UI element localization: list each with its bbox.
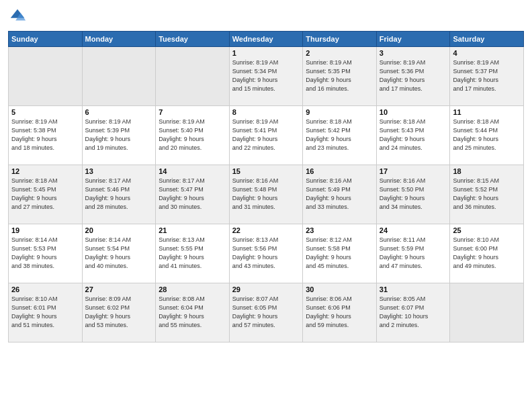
day-number: 16 [306, 167, 373, 175]
calendar-day-cell: 2Sunrise: 8:19 AM Sunset: 5:35 PM Daylig… [303, 47, 377, 106]
calendar-day-cell: 26Sunrise: 8:10 AM Sunset: 6:01 PM Dayli… [9, 283, 83, 342]
day-info: Sunrise: 8:16 AM Sunset: 5:49 PM Dayligh… [306, 177, 373, 212]
day-info: Sunrise: 8:11 AM Sunset: 5:59 PM Dayligh… [380, 236, 447, 271]
weekday-header-sunday: Sunday [9, 32, 83, 47]
weekday-header-wednesday: Wednesday [229, 32, 303, 47]
day-number: 6 [85, 108, 153, 116]
weekday-header-friday: Friday [376, 32, 450, 47]
calendar-day-cell: 12Sunrise: 8:18 AM Sunset: 5:45 PM Dayli… [9, 165, 83, 224]
calendar-day-cell: 14Sunrise: 8:17 AM Sunset: 5:47 PM Dayli… [156, 165, 230, 224]
day-info: Sunrise: 8:19 AM Sunset: 5:41 PM Dayligh… [232, 118, 300, 152]
day-info: Sunrise: 8:18 AM Sunset: 5:45 PM Dayligh… [11, 177, 79, 212]
weekday-header-thursday: Thursday [303, 32, 377, 47]
day-info: Sunrise: 8:12 AM Sunset: 5:58 PM Dayligh… [306, 236, 373, 271]
calendar-day-cell: 24Sunrise: 8:11 AM Sunset: 5:59 PM Dayli… [376, 224, 450, 283]
day-number: 20 [85, 226, 153, 234]
calendar-day-cell: 27Sunrise: 8:09 AM Sunset: 6:02 PM Dayli… [82, 283, 156, 342]
day-info: Sunrise: 8:19 AM Sunset: 5:35 PM Dayligh… [306, 58, 373, 93]
calendar-week-row: 5Sunrise: 8:19 AM Sunset: 5:38 PM Daylig… [9, 106, 524, 165]
calendar-day-cell: 20Sunrise: 8:14 AM Sunset: 5:54 PM Dayli… [82, 224, 156, 283]
day-info: Sunrise: 8:14 AM Sunset: 5:54 PM Dayligh… [85, 236, 153, 271]
logo [8, 7, 30, 26]
calendar-day-cell [156, 47, 230, 106]
day-number: 14 [159, 167, 226, 175]
day-info: Sunrise: 8:08 AM Sunset: 6:04 PM Dayligh… [159, 295, 226, 330]
day-info: Sunrise: 8:19 AM Sunset: 5:40 PM Dayligh… [159, 118, 226, 152]
calendar-table: SundayMondayTuesdayWednesdayThursdayFrid… [8, 31, 524, 342]
day-info: Sunrise: 8:10 AM Sunset: 6:01 PM Dayligh… [11, 295, 79, 330]
calendar-day-cell: 5Sunrise: 8:19 AM Sunset: 5:38 PM Daylig… [9, 106, 83, 165]
day-number: 24 [380, 226, 447, 234]
calendar-day-cell: 4Sunrise: 8:19 AM Sunset: 5:37 PM Daylig… [450, 47, 524, 106]
day-number: 2 [306, 49, 373, 57]
calendar-day-cell: 19Sunrise: 8:14 AM Sunset: 5:53 PM Dayli… [9, 224, 83, 283]
calendar-day-cell: 10Sunrise: 8:18 AM Sunset: 5:43 PM Dayli… [376, 106, 450, 165]
day-number: 29 [232, 285, 300, 293]
day-number: 30 [306, 285, 373, 293]
calendar-day-cell: 29Sunrise: 8:07 AM Sunset: 6:05 PM Dayli… [229, 283, 303, 342]
calendar-day-cell: 28Sunrise: 8:08 AM Sunset: 6:04 PM Dayli… [156, 283, 230, 342]
calendar-day-cell: 30Sunrise: 8:06 AM Sunset: 6:06 PM Dayli… [303, 283, 377, 342]
day-number: 8 [232, 108, 300, 116]
calendar-day-cell: 17Sunrise: 8:16 AM Sunset: 5:50 PM Dayli… [376, 165, 450, 224]
calendar-week-row: 1Sunrise: 8:19 AM Sunset: 5:34 PM Daylig… [9, 47, 524, 106]
day-info: Sunrise: 8:06 AM Sunset: 6:06 PM Dayligh… [306, 295, 373, 330]
day-number: 12 [11, 167, 79, 175]
day-info: Sunrise: 8:19 AM Sunset: 5:36 PM Dayligh… [380, 58, 447, 93]
calendar-day-cell: 6Sunrise: 8:19 AM Sunset: 5:39 PM Daylig… [82, 106, 156, 165]
calendar-day-cell: 31Sunrise: 8:05 AM Sunset: 6:07 PM Dayli… [376, 283, 450, 342]
day-info: Sunrise: 8:05 AM Sunset: 6:07 PM Dayligh… [380, 295, 447, 330]
day-info: Sunrise: 8:16 AM Sunset: 5:50 PM Dayligh… [380, 177, 447, 212]
calendar-day-cell: 8Sunrise: 8:19 AM Sunset: 5:41 PM Daylig… [229, 106, 303, 165]
day-number: 28 [159, 285, 226, 293]
day-info: Sunrise: 8:13 AM Sunset: 5:55 PM Dayligh… [159, 236, 226, 271]
calendar-day-cell [9, 47, 83, 106]
day-number: 3 [380, 49, 447, 57]
header [8, 7, 524, 26]
day-info: Sunrise: 8:18 AM Sunset: 5:44 PM Dayligh… [453, 118, 521, 152]
weekday-header-saturday: Saturday [450, 32, 524, 47]
calendar-day-cell: 16Sunrise: 8:16 AM Sunset: 5:49 PM Dayli… [303, 165, 377, 224]
day-info: Sunrise: 8:16 AM Sunset: 5:48 PM Dayligh… [232, 177, 300, 212]
calendar-day-cell [82, 47, 156, 106]
day-number: 5 [11, 108, 79, 116]
day-number: 9 [306, 108, 373, 116]
calendar-day-cell: 9Sunrise: 8:18 AM Sunset: 5:42 PM Daylig… [303, 106, 377, 165]
day-info: Sunrise: 8:19 AM Sunset: 5:39 PM Dayligh… [85, 118, 153, 152]
calendar-day-cell: 25Sunrise: 8:10 AM Sunset: 6:00 PM Dayli… [450, 224, 524, 283]
calendar-day-cell: 7Sunrise: 8:19 AM Sunset: 5:40 PM Daylig… [156, 106, 230, 165]
calendar-day-cell: 23Sunrise: 8:12 AM Sunset: 5:58 PM Dayli… [303, 224, 377, 283]
calendar-day-cell: 3Sunrise: 8:19 AM Sunset: 5:36 PM Daylig… [376, 47, 450, 106]
day-number: 1 [232, 49, 300, 57]
day-number: 15 [232, 167, 300, 175]
calendar-day-cell: 11Sunrise: 8:18 AM Sunset: 5:44 PM Dayli… [450, 106, 524, 165]
calendar-day-cell: 13Sunrise: 8:17 AM Sunset: 5:46 PM Dayli… [82, 165, 156, 224]
day-number: 21 [159, 226, 226, 234]
page: SundayMondayTuesdayWednesdayThursdayFrid… [0, 0, 532, 411]
day-number: 10 [380, 108, 447, 116]
day-info: Sunrise: 8:13 AM Sunset: 5:56 PM Dayligh… [232, 236, 300, 271]
calendar-day-cell: 1Sunrise: 8:19 AM Sunset: 5:34 PM Daylig… [229, 47, 303, 106]
day-number: 4 [453, 49, 521, 57]
day-info: Sunrise: 8:17 AM Sunset: 5:46 PM Dayligh… [85, 177, 153, 212]
calendar-day-cell: 22Sunrise: 8:13 AM Sunset: 5:56 PM Dayli… [229, 224, 303, 283]
day-info: Sunrise: 8:18 AM Sunset: 5:42 PM Dayligh… [306, 118, 373, 152]
logo-icon [8, 7, 27, 26]
day-number: 23 [306, 226, 373, 234]
calendar-day-cell: 18Sunrise: 8:15 AM Sunset: 5:52 PM Dayli… [450, 165, 524, 224]
day-info: Sunrise: 8:19 AM Sunset: 5:37 PM Dayligh… [453, 58, 521, 93]
weekday-header-row: SundayMondayTuesdayWednesdayThursdayFrid… [9, 32, 524, 47]
calendar-day-cell: 15Sunrise: 8:16 AM Sunset: 5:48 PM Dayli… [229, 165, 303, 224]
weekday-header-monday: Monday [82, 32, 156, 47]
calendar-week-row: 12Sunrise: 8:18 AM Sunset: 5:45 PM Dayli… [9, 165, 524, 224]
day-info: Sunrise: 8:14 AM Sunset: 5:53 PM Dayligh… [11, 236, 79, 271]
day-number: 25 [453, 226, 521, 234]
day-number: 17 [380, 167, 447, 175]
day-info: Sunrise: 8:15 AM Sunset: 5:52 PM Dayligh… [453, 177, 521, 212]
day-number: 11 [453, 108, 521, 116]
day-number: 19 [11, 226, 79, 234]
day-info: Sunrise: 8:09 AM Sunset: 6:02 PM Dayligh… [85, 295, 153, 330]
day-info: Sunrise: 8:10 AM Sunset: 6:00 PM Dayligh… [453, 236, 521, 271]
day-number: 7 [159, 108, 226, 116]
calendar-week-row: 19Sunrise: 8:14 AM Sunset: 5:53 PM Dayli… [9, 224, 524, 283]
